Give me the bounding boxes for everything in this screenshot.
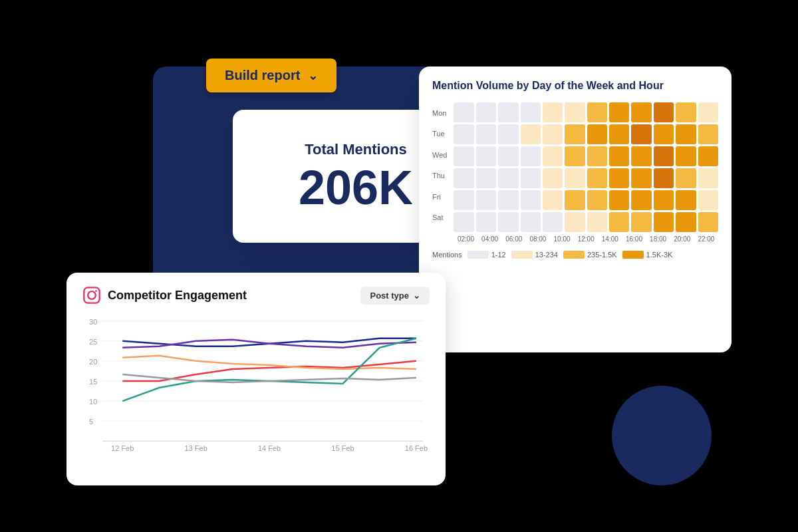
heatmap-cell-r4-c9: [654, 190, 674, 210]
heatmap-cell-r0-c11: [698, 102, 718, 122]
heatmap-cell-r2-c11: [698, 146, 718, 166]
heatmap-container: Mon Tue Wed Thu Fri Sat 02:00 04:00 06:0…: [432, 102, 718, 243]
heatmap-cell-r5-c0: [454, 212, 473, 232]
heatmap-cell-r3-c4: [543, 168, 563, 188]
hour-label: 02:00: [458, 235, 474, 243]
hour-label: 20:00: [674, 235, 690, 243]
chevron-down-icon: ⌄: [308, 68, 318, 83]
svg-text:30: 30: [89, 318, 97, 326]
competitor-engagement-card: Competitor Engagement Post type ⌄ 30 25 …: [66, 273, 446, 485]
dark-circle-decoration: [612, 386, 712, 485]
heatmap-cell-r5-c3: [521, 212, 541, 232]
post-type-button[interactable]: Post type ⌄: [360, 287, 430, 305]
day-label-sat: Sat: [432, 207, 451, 227]
heatmap-cell-r1-c5: [565, 124, 585, 144]
heatmap-cell-r5-c5: [565, 212, 585, 232]
legend-item-1: 1-12: [467, 251, 506, 259]
heatmap-x-labels: 02:00 04:00 06:00 08:00 10:00 12:00 14:0…: [454, 235, 718, 243]
legend-range-2: 13-234: [535, 251, 558, 259]
line-chart-svg: 30 25 20 15 10 5 12 Feb 13 Feb 14 Feb 15…: [82, 311, 430, 458]
svg-text:15: 15: [89, 378, 97, 386]
heatmap-cell-r1-c0: [454, 124, 473, 144]
day-label-thu: Thu: [432, 166, 451, 186]
heatmap-cell-r2-c0: [454, 146, 473, 166]
heatmap-cell-r0-c8: [631, 102, 651, 122]
legend-range-1: 1-12: [491, 251, 506, 259]
heatmap-cell-r1-c4: [543, 124, 563, 144]
svg-text:16 Feb: 16 Feb: [405, 444, 428, 452]
heatmap-cell-r1-c9: [654, 124, 674, 144]
heatmap-cell-r2-c1: [476, 146, 496, 166]
legend-range-3: 235-1.5K: [587, 251, 617, 259]
heatmap-cell-r5-c1: [476, 212, 496, 232]
total-mentions-label: Total Mentions: [305, 141, 407, 158]
heatmap-legend: Mentions 1-12 13-234 235-1.5K 1.5K-3K: [432, 251, 718, 259]
hour-label: 06:00: [505, 235, 522, 243]
hour-label: 22:00: [698, 235, 714, 243]
heatmap-cell-r5-c9: [654, 212, 674, 232]
heatmap-cell-r5-c2: [498, 212, 518, 232]
hour-label: 18:00: [650, 235, 666, 243]
heatmap-cell-r5-c4: [543, 212, 563, 232]
heatmap-card: Mention Volume by Day of the Week and Ho…: [419, 66, 732, 352]
svg-text:13 Feb: 13 Feb: [184, 444, 207, 452]
svg-text:20: 20: [89, 358, 97, 366]
build-report-button[interactable]: Build report ⌄: [206, 59, 336, 92]
heatmap-cell-r1-c1: [476, 124, 496, 144]
total-mentions-value: 206K: [299, 164, 413, 211]
heatmap-cell-r3-c6: [587, 168, 607, 188]
heatmap-cell-r3-c11: [698, 168, 718, 188]
heatmap-cell-r2-c9: [654, 146, 674, 166]
legend-swatch-mid: [563, 251, 585, 259]
legend-range-4: 1.5K-3K: [646, 251, 673, 259]
heatmap-cell-r3-c10: [676, 168, 696, 188]
legend-item-3: 235-1.5K: [563, 251, 617, 259]
heatmap-cell-r0-c1: [476, 102, 496, 122]
svg-text:15 Feb: 15 Feb: [331, 444, 354, 452]
heatmap-cell-r2-c3: [521, 146, 541, 166]
heatmap-cell-r4-c5: [565, 190, 585, 210]
heatmap-cell-r4-c2: [498, 190, 518, 210]
heatmap-grid: [454, 102, 718, 232]
heatmap-cell-r2-c7: [609, 146, 629, 166]
heatmap-y-labels: Mon Tue Wed Thu Fri Sat: [432, 102, 451, 243]
heatmap-cell-r3-c8: [631, 168, 651, 188]
heatmap-grid-area: 02:00 04:00 06:00 08:00 10:00 12:00 14:0…: [454, 102, 718, 243]
day-label-fri: Fri: [432, 187, 451, 207]
heatmap-cell-r2-c8: [631, 146, 651, 166]
hour-label: 16:00: [626, 235, 642, 243]
engagement-title-area: Competitor Engagement: [82, 286, 247, 305]
svg-point-2: [95, 290, 97, 292]
engagement-title: Competitor Engagement: [108, 289, 247, 303]
heatmap-cell-r2-c10: [676, 146, 696, 166]
svg-text:5: 5: [89, 418, 93, 426]
heatmap-cell-r1-c7: [609, 124, 629, 144]
heatmap-cell-r0-c7: [609, 102, 629, 122]
heatmap-cell-r1-c3: [521, 124, 541, 144]
heatmap-cell-r2-c2: [498, 146, 518, 166]
legend-swatch-empty: [467, 251, 489, 259]
hour-label: 04:00: [481, 235, 498, 243]
post-type-label: Post type: [370, 291, 409, 301]
heatmap-cell-r3-c5: [565, 168, 585, 188]
heatmap-cell-r4-c8: [631, 190, 651, 210]
heatmap-cell-r1-c11: [698, 124, 718, 144]
day-label-tue: Tue: [432, 124, 451, 144]
line-green: [122, 338, 416, 401]
heatmap-cell-r0-c6: [587, 102, 607, 122]
heatmap-cell-r5-c7: [609, 212, 629, 232]
legend-item-2: 13-234: [511, 251, 558, 259]
heatmap-cell-r0-c5: [565, 102, 585, 122]
svg-point-1: [88, 291, 96, 299]
hour-label: 12:00: [578, 235, 595, 243]
heatmap-cell-r2-c5: [565, 146, 585, 166]
svg-text:12 Feb: 12 Feb: [111, 444, 134, 452]
heatmap-cell-r4-c0: [454, 190, 473, 210]
heatmap-cell-r3-c0: [454, 168, 473, 188]
heatmap-cell-r0-c9: [654, 102, 674, 122]
day-label-wed: Wed: [432, 145, 451, 165]
instagram-icon: [82, 286, 101, 305]
heatmap-cell-r2-c6: [587, 146, 607, 166]
heatmap-cell-r3-c1: [476, 168, 496, 188]
post-type-chevron-icon: ⌄: [413, 291, 420, 301]
